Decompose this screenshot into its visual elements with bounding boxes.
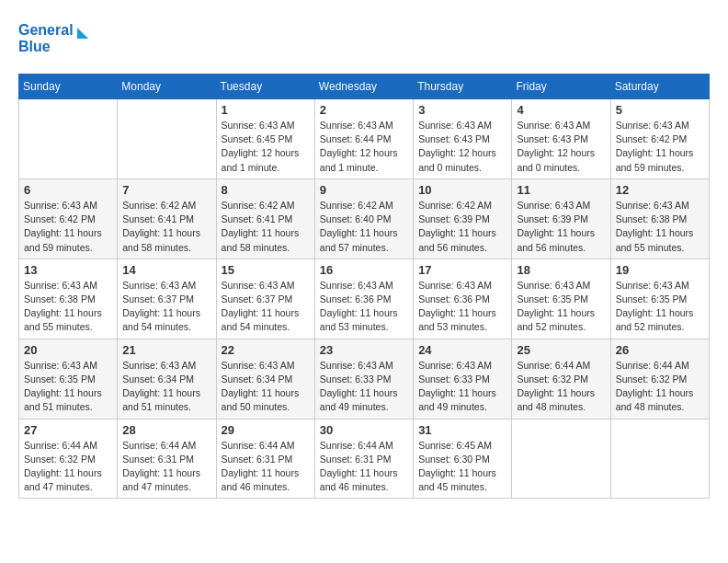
day-number: 25 [517,343,605,357]
day-info: Sunrise: 6:43 AM Sunset: 6:37 PM Dayligh… [122,279,210,335]
calendar-cell: 28Sunrise: 6:44 AM Sunset: 6:31 PM Dayli… [118,419,216,499]
weekday-header-monday: Monday [118,75,216,99]
day-info: Sunrise: 6:42 AM Sunset: 6:39 PM Dayligh… [418,199,506,255]
day-number: 20 [24,343,112,357]
day-number: 29 [222,423,310,437]
calendar-cell [118,99,216,179]
calendar-cell: 30Sunrise: 6:44 AM Sunset: 6:31 PM Dayli… [314,419,413,499]
day-info: Sunrise: 6:43 AM Sunset: 6:34 PM Dayligh… [122,359,210,415]
calendar-cell: 19Sunrise: 6:43 AM Sunset: 6:35 PM Dayli… [610,259,709,339]
day-number: 6 [24,183,112,197]
day-info: Sunrise: 6:43 AM Sunset: 6:42 PM Dayligh… [24,199,112,255]
day-number: 27 [24,423,112,437]
day-info: Sunrise: 6:45 AM Sunset: 6:30 PM Dayligh… [418,439,506,495]
calendar-cell: 11Sunrise: 6:43 AM Sunset: 6:39 PM Dayli… [512,178,610,259]
day-info: Sunrise: 6:43 AM Sunset: 6:44 PM Dayligh… [320,119,408,175]
calendar-cell: 27Sunrise: 6:44 AM Sunset: 6:32 PM Dayli… [19,419,118,499]
weekday-header-saturday: Saturday [610,75,709,99]
day-number: 15 [222,263,310,277]
calendar-week-row: 6Sunrise: 6:43 AM Sunset: 6:42 PM Daylig… [19,178,710,259]
day-info: Sunrise: 6:44 AM Sunset: 6:32 PM Dayligh… [616,359,704,415]
day-number: 24 [418,343,506,357]
calendar-cell: 18Sunrise: 6:43 AM Sunset: 6:35 PM Dayli… [512,259,610,339]
calendar-cell: 12Sunrise: 6:43 AM Sunset: 6:38 PM Dayli… [610,178,709,259]
calendar-cell: 23Sunrise: 6:43 AM Sunset: 6:33 PM Dayli… [314,339,413,419]
calendar-week-row: 1Sunrise: 6:43 AM Sunset: 6:45 PM Daylig… [19,99,710,179]
logo-icon: GeneralBlue [18,18,92,59]
calendar-cell: 13Sunrise: 6:43 AM Sunset: 6:38 PM Dayli… [19,259,118,339]
calendar-cell: 7Sunrise: 6:42 AM Sunset: 6:41 PM Daylig… [118,178,216,259]
day-number: 31 [418,423,506,437]
day-number: 8 [222,183,310,197]
calendar-cell: 5Sunrise: 6:43 AM Sunset: 6:42 PM Daylig… [610,99,709,179]
day-info: Sunrise: 6:43 AM Sunset: 6:43 PM Dayligh… [517,119,605,175]
calendar-cell: 24Sunrise: 6:43 AM Sunset: 6:33 PM Dayli… [414,339,512,419]
day-info: Sunrise: 6:43 AM Sunset: 6:37 PM Dayligh… [222,279,310,335]
calendar-cell: 31Sunrise: 6:45 AM Sunset: 6:30 PM Dayli… [414,419,512,499]
day-info: Sunrise: 6:42 AM Sunset: 6:40 PM Dayligh… [320,199,408,255]
day-number: 22 [222,343,310,357]
day-info: Sunrise: 6:43 AM Sunset: 6:45 PM Dayligh… [222,119,310,175]
day-info: Sunrise: 6:43 AM Sunset: 6:33 PM Dayligh… [320,359,408,415]
day-info: Sunrise: 6:42 AM Sunset: 6:41 PM Dayligh… [122,199,210,255]
calendar-cell [610,419,709,499]
day-info: Sunrise: 6:43 AM Sunset: 6:38 PM Dayligh… [24,279,112,335]
calendar-cell: 25Sunrise: 6:44 AM Sunset: 6:32 PM Dayli… [512,339,610,419]
weekday-header-wednesday: Wednesday [314,75,413,99]
day-info: Sunrise: 6:43 AM Sunset: 6:38 PM Dayligh… [616,199,704,255]
calendar-cell: 15Sunrise: 6:43 AM Sunset: 6:37 PM Dayli… [216,259,314,339]
day-number: 30 [320,423,408,437]
day-info: Sunrise: 6:43 AM Sunset: 6:36 PM Dayligh… [320,279,408,335]
calendar-cell: 17Sunrise: 6:43 AM Sunset: 6:36 PM Dayli… [414,259,512,339]
day-number: 7 [122,183,210,197]
day-info: Sunrise: 6:43 AM Sunset: 6:35 PM Dayligh… [616,279,704,335]
day-number: 16 [320,263,408,277]
calendar-cell: 20Sunrise: 6:43 AM Sunset: 6:35 PM Dayli… [19,339,118,419]
calendar-cell: 29Sunrise: 6:44 AM Sunset: 6:31 PM Dayli… [216,419,314,499]
day-number: 1 [222,103,310,117]
calendar-table: SundayMondayTuesdayWednesdayThursdayFrid… [18,74,710,499]
day-number: 14 [122,263,210,277]
calendar-cell: 10Sunrise: 6:42 AM Sunset: 6:39 PM Dayli… [414,178,512,259]
calendar-cell: 6Sunrise: 6:43 AM Sunset: 6:42 PM Daylig… [19,178,118,259]
svg-text:General: General [18,22,74,38]
page-header: GeneralBlue [18,18,710,59]
day-number: 12 [616,183,704,197]
day-number: 4 [517,103,605,117]
day-info: Sunrise: 6:42 AM Sunset: 6:41 PM Dayligh… [222,199,310,255]
day-number: 21 [122,343,210,357]
day-info: Sunrise: 6:43 AM Sunset: 6:34 PM Dayligh… [222,359,310,415]
calendar-cell: 22Sunrise: 6:43 AM Sunset: 6:34 PM Dayli… [216,339,314,419]
svg-marker-2 [77,28,88,39]
calendar-week-row: 27Sunrise: 6:44 AM Sunset: 6:32 PM Dayli… [19,419,710,499]
calendar-week-row: 20Sunrise: 6:43 AM Sunset: 6:35 PM Dayli… [19,339,710,419]
calendar-cell: 2Sunrise: 6:43 AM Sunset: 6:44 PM Daylig… [314,99,413,179]
day-info: Sunrise: 6:43 AM Sunset: 6:33 PM Dayligh… [418,359,506,415]
day-info: Sunrise: 6:43 AM Sunset: 6:35 PM Dayligh… [24,359,112,415]
day-number: 18 [517,263,605,277]
weekday-header-thursday: Thursday [414,75,512,99]
day-info: Sunrise: 6:43 AM Sunset: 6:36 PM Dayligh… [418,279,506,335]
day-number: 10 [418,183,506,197]
weekday-header-sunday: Sunday [19,75,118,99]
calendar-cell: 14Sunrise: 6:43 AM Sunset: 6:37 PM Dayli… [118,259,216,339]
calendar-cell: 26Sunrise: 6:44 AM Sunset: 6:32 PM Dayli… [610,339,709,419]
calendar-cell [19,99,118,179]
day-info: Sunrise: 6:43 AM Sunset: 6:43 PM Dayligh… [418,119,506,175]
day-info: Sunrise: 6:44 AM Sunset: 6:31 PM Dayligh… [222,439,310,495]
day-number: 2 [320,103,408,117]
day-number: 5 [616,103,704,117]
day-number: 13 [24,263,112,277]
day-number: 28 [122,423,210,437]
calendar-week-row: 13Sunrise: 6:43 AM Sunset: 6:38 PM Dayli… [19,259,710,339]
day-number: 17 [418,263,506,277]
weekday-header-tuesday: Tuesday [216,75,314,99]
calendar-cell: 9Sunrise: 6:42 AM Sunset: 6:40 PM Daylig… [314,178,413,259]
day-number: 9 [320,183,408,197]
day-number: 26 [616,343,704,357]
day-info: Sunrise: 6:44 AM Sunset: 6:31 PM Dayligh… [122,439,210,495]
day-info: Sunrise: 6:43 AM Sunset: 6:39 PM Dayligh… [517,199,605,255]
logo: GeneralBlue [18,18,92,59]
calendar-cell: 16Sunrise: 6:43 AM Sunset: 6:36 PM Dayli… [314,259,413,339]
calendar-cell: 8Sunrise: 6:42 AM Sunset: 6:41 PM Daylig… [216,178,314,259]
